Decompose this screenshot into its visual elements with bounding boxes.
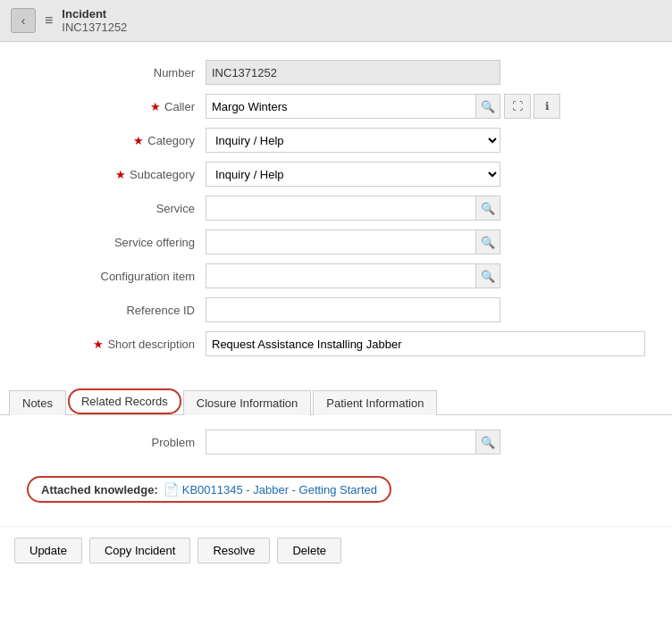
service-input[interactable] [206,196,475,221]
category-label: ★Category [27,134,206,147]
caller-search-icon[interactable]: 🔍 [475,94,500,119]
service-offering-row: Service offering 🔍 [27,229,645,254]
reference-id-row: Reference ID [27,297,645,322]
reference-id-input[interactable] [206,297,500,322]
subcategory-select[interactable]: Inquiry / Help Email Login Other [206,162,500,187]
caller-icons: ⛶ ℹ [504,94,560,119]
resolve-button[interactable]: Resolve [197,538,270,563]
caller-row: ★Caller 🔍 ⛶ ℹ [27,94,645,119]
problem-input[interactable] [206,430,475,455]
config-item-field-wrapper: 🔍 [206,263,500,288]
caller-hierarchy-button[interactable]: ⛶ [504,94,531,119]
header-title: Incident INC1371252 [62,7,127,34]
reference-id-label: Reference ID [27,304,206,317]
config-item-label: Configuration item [27,270,206,283]
config-item-search-icon[interactable]: 🔍 [475,263,500,288]
service-search-icon[interactable]: 🔍 [475,196,500,221]
delete-button[interactable]: Delete [277,538,341,563]
caller-input[interactable] [206,94,475,119]
service-offering-field-wrapper: 🔍 [206,229,500,254]
subcategory-label: ★Subcategory [27,168,206,181]
short-description-input[interactable] [206,331,645,356]
number-label: Number [27,66,206,79]
footer-buttons: Update Copy Incident Resolve Delete [0,526,672,574]
number-input [206,60,500,85]
tab-patient-information[interactable]: Patient Information [313,390,437,415]
attached-knowledge-label: Attached knowledge: [41,483,158,496]
tab-content-related-records: Problem 🔍 Attached knowledge: 📄 KB001134… [0,415,672,517]
service-offering-search-icon[interactable]: 🔍 [475,229,500,254]
caller-label: ★Caller [27,100,206,113]
back-button[interactable]: ‹ [11,8,36,33]
required-star: ★ [150,100,161,113]
header: ‹ ≡ Incident INC1371252 [0,0,672,42]
update-button[interactable]: Update [14,538,82,563]
subcategory-row: ★Subcategory Inquiry / Help Email Login … [27,162,645,187]
required-star: ★ [115,168,126,181]
short-description-label: ★Short description [27,338,206,351]
problem-field-wrapper: 🔍 [206,430,500,455]
incident-id: INC1371252 [62,21,127,34]
incident-label: Incident [62,7,127,21]
tab-notes[interactable]: Notes [9,390,66,415]
problem-row: Problem 🔍 [27,430,645,455]
form-area: Number ★Caller 🔍 ⛶ ℹ ★Category Inquiry /… [0,42,672,374]
caller-info-button[interactable]: ℹ [533,94,560,119]
category-row: ★Category Inquiry / Help Software Hardwa… [27,128,645,153]
knowledge-link[interactable]: KB0011345 - Jabber - Getting Started [182,483,377,496]
document-icon: 📄 [164,482,179,496]
short-description-row: ★Short description [27,331,645,356]
tab-related-records[interactable]: Related Records [68,388,181,414]
service-row: Service 🔍 [27,196,645,221]
number-row: Number [27,60,645,85]
tabs-container: Notes Related Records Closure Informatio… [0,388,672,415]
service-label: Service [27,202,206,215]
attached-knowledge-badge: Attached knowledge: 📄 KB0011345 - Jabber… [27,476,391,503]
required-star: ★ [133,134,144,147]
problem-label: Problem [27,436,206,449]
service-field-wrapper: 🔍 [206,196,500,221]
service-offering-label: Service offering [27,236,206,249]
attached-knowledge-section: Attached knowledge: 📄 KB0011345 - Jabber… [27,469,645,503]
config-item-input[interactable] [206,263,475,288]
menu-icon[interactable]: ≡ [45,13,53,29]
tab-closure-information[interactable]: Closure Information [183,390,311,415]
caller-field-wrapper: 🔍 [206,94,500,119]
service-offering-input[interactable] [206,229,475,254]
problem-search-icon[interactable]: 🔍 [475,430,500,455]
config-item-row: Configuration item 🔍 [27,263,645,288]
category-select[interactable]: Inquiry / Help Software Hardware Network [206,128,500,153]
copy-incident-button[interactable]: Copy Incident [89,538,191,563]
required-star: ★ [93,338,104,351]
